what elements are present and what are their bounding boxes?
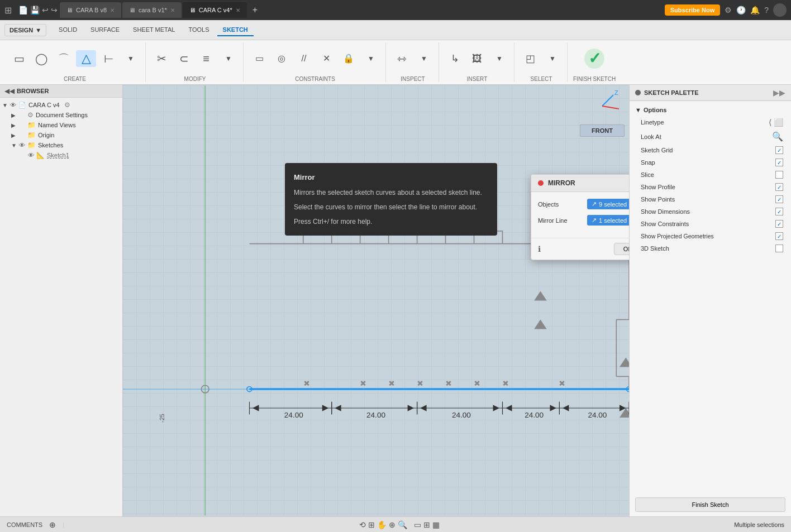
constraints-dropdown-icon: ▼: [368, 55, 374, 62]
save-icon[interactable]: 💾: [30, 6, 40, 15]
modify-dropdown-icon: ▼: [225, 55, 232, 62]
nav-icon1[interactable]: ⟲: [359, 520, 366, 529]
create-label: CREATE: [64, 76, 86, 82]
settings-icon[interactable]: ⚙: [725, 6, 732, 15]
create-arc-btn[interactable]: ⌒: [54, 51, 74, 66]
linetype-icon1[interactable]: ⟨: [769, 118, 771, 127]
nav-icon5[interactable]: 🔍: [398, 520, 407, 529]
options-label: Options: [644, 107, 667, 113]
sketch3d-checkbox[interactable]: [775, 245, 783, 252]
tab-tools[interactable]: TOOLS: [183, 24, 215, 36]
tab-cara-c-v4[interactable]: 🖥 CARA C v4* ✕: [183, 2, 247, 18]
tree-item-root[interactable]: ▼ 👁 📄 CARA C v4 ⚙: [0, 100, 122, 110]
inspect-measure-btn[interactable]: ⇿: [392, 51, 412, 66]
canvas-area[interactable]: -25 Z FRONT: [123, 85, 629, 516]
tree-item-sketch1[interactable]: ▶ 👁 📐 Sketch1: [0, 150, 122, 160]
constraint-lock-btn[interactable]: 🔒: [339, 52, 359, 65]
select-dropdown-btn[interactable]: ▼: [542, 53, 563, 64]
select-btn[interactable]: ◰: [520, 51, 540, 66]
eye-icon-sketches[interactable]: 👁: [19, 142, 25, 148]
redo-icon[interactable]: ↪: [51, 6, 58, 15]
design-dropdown[interactable]: DESIGN ▼: [4, 24, 46, 36]
finish-sketch-btn[interactable]: ✓: [584, 49, 604, 69]
gear-icon-doc: ⚙: [27, 111, 34, 119]
sketch-grid-checkbox[interactable]: ✓: [775, 146, 783, 154]
modify-pattern-btn[interactable]: ≡: [196, 51, 216, 66]
show-points-checkbox[interactable]: ✓: [775, 195, 783, 203]
tooltip-title: Mirror: [294, 172, 488, 183]
tree-item-docsettings[interactable]: ▶ 👁 ⚙ Document Settings: [0, 110, 122, 120]
tree-label-namedviews: Named Views: [38, 122, 76, 128]
tab-sketch[interactable]: SKETCH: [217, 24, 254, 36]
tree-item-namedviews[interactable]: ▶ 👁 📁 Named Views: [0, 120, 122, 130]
insert-import-btn[interactable]: ↳: [445, 51, 465, 66]
inspect-dropdown-btn[interactable]: ▼: [414, 53, 434, 64]
show-profile-checkbox[interactable]: ✓: [775, 183, 783, 191]
create-lines-btn[interactable]: ⊢: [98, 51, 118, 66]
show-constraints-checkbox[interactable]: ✓: [775, 220, 783, 228]
settings-gear-icon[interactable]: ⚙: [64, 101, 70, 109]
constraint-parallel-btn[interactable]: //: [294, 52, 314, 65]
modify-dropdown-btn[interactable]: ▼: [218, 53, 239, 64]
constraint-cross-btn[interactable]: ✕: [316, 52, 336, 65]
ok-button[interactable]: OK: [614, 243, 629, 255]
show-projected-checkbox[interactable]: ✓: [775, 232, 783, 240]
tree-item-origin[interactable]: ▶ 👁 📁 Origin: [0, 130, 122, 140]
constraint-rect-btn[interactable]: ▭: [249, 52, 269, 65]
finish-sketch-label: FINISH SKETCH: [573, 76, 616, 82]
modify-scissors-btn[interactable]: ✂: [151, 51, 171, 66]
svg-marker-45: [408, 405, 414, 411]
mirrorline-label: Mirror Line: [538, 217, 583, 224]
help-icon[interactable]: ?: [764, 6, 769, 15]
user-avatar[interactable]: [773, 3, 787, 17]
tab-close-icon3[interactable]: ✕: [236, 7, 240, 13]
svg-text:✕: ✕: [360, 380, 366, 387]
create-dropdown-btn[interactable]: ▼: [121, 53, 141, 64]
svg-marker-19: [534, 291, 547, 301]
palette-expand-icon[interactable]: ▶▶: [773, 88, 785, 97]
palette-finish-sketch-button[interactable]: Finish Sketch: [635, 497, 785, 512]
options-section-header[interactable]: ▼ Options: [630, 104, 791, 116]
tab-cara-b-v8[interactable]: 🖥 CARA B v8 ✕: [60, 2, 121, 18]
objects-badge[interactable]: ↗ 9 selected ✕: [587, 199, 629, 209]
snap-checkbox[interactable]: ✓: [775, 159, 783, 166]
history-icon[interactable]: 🕐: [736, 6, 746, 15]
nav-icon3[interactable]: ✋: [377, 520, 387, 529]
nav-icon2[interactable]: ⊞: [368, 520, 375, 529]
bell-icon[interactable]: 🔔: [750, 6, 760, 15]
linetype-icon2[interactable]: ⬜: [774, 118, 783, 127]
tab-cara-b-v1[interactable]: 🖥 cara B v1* ✕: [122, 2, 182, 18]
tab-close-icon[interactable]: ✕: [110, 7, 115, 13]
tab-sheetmetal[interactable]: SHEET METAL: [127, 24, 180, 36]
tab-solid[interactable]: SOLID: [53, 24, 83, 36]
status-left: COMMENTS ⊕ |: [7, 520, 64, 529]
constraints-dropdown-btn[interactable]: ▼: [361, 53, 381, 64]
insert-dropdown-btn[interactable]: ▼: [489, 53, 509, 64]
undo-icon[interactable]: ↩: [42, 6, 49, 15]
mirrorline-badge[interactable]: ↗ 1 selected ✕: [587, 215, 629, 226]
eye-icon-root[interactable]: 👁: [10, 102, 16, 108]
browser-collapse-icon[interactable]: ◀◀: [4, 87, 15, 95]
slice-checkbox[interactable]: [775, 171, 783, 179]
nav-icon6[interactable]: ▭: [414, 520, 421, 529]
nav-icon7[interactable]: ⊞: [423, 520, 430, 529]
modify-offset-btn[interactable]: ⊂: [174, 51, 194, 66]
create-circle-btn[interactable]: ◯: [31, 51, 51, 66]
nav-icon8[interactable]: ▦: [432, 520, 440, 529]
show-dimensions-checkbox[interactable]: ✓: [775, 208, 783, 215]
add-comment-icon[interactable]: ⊕: [49, 520, 56, 529]
insert-image-btn[interactable]: 🖼: [467, 51, 487, 66]
tree-item-sketches[interactable]: ▼ 👁 📁 Sketches: [0, 140, 122, 150]
lookat-btn[interactable]: 🔍: [772, 131, 783, 142]
circle-icon: ◯: [35, 53, 47, 64]
subscribe-button[interactable]: Subscribe Now: [665, 4, 720, 16]
add-tab-button[interactable]: +: [248, 5, 262, 15]
tab-close-icon2[interactable]: ✕: [170, 7, 175, 13]
constraint-circle-btn[interactable]: ◎: [271, 52, 292, 65]
options-arrow-icon: ▼: [635, 107, 641, 113]
nav-icon4[interactable]: ⊕: [389, 520, 396, 529]
create-triangle-btn[interactable]: △: [76, 50, 96, 67]
tab-surface[interactable]: SURFACE: [85, 24, 125, 36]
eye-icon-sketch1[interactable]: 👁: [28, 152, 34, 159]
create-rectangle-btn[interactable]: ▭: [9, 51, 29, 66]
